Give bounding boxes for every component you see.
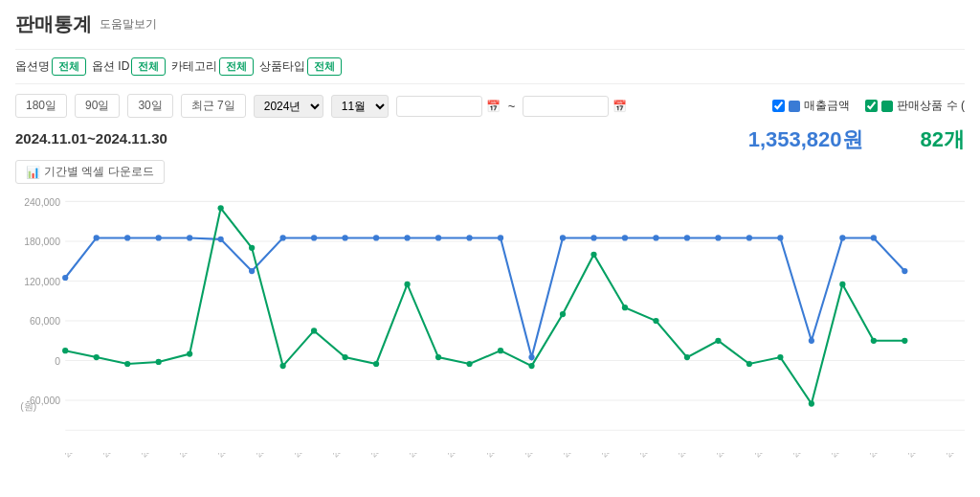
x-label: 2024.11.16 <box>638 453 672 459</box>
x-label: 2024.11.02 <box>101 453 135 459</box>
filter-badge-카테고리: 카테고리 전체 <box>171 57 254 76</box>
svg-point-20 <box>156 235 162 240</box>
calendar-to-icon[interactable]: 📅 <box>612 100 627 113</box>
x-label: 2024.11.06 <box>255 453 288 459</box>
svg-point-47 <box>560 311 566 317</box>
svg-point-29 <box>279 363 285 369</box>
chart-area: 240,000 180,000 120,000 60,000 0 -60,000… <box>15 192 965 469</box>
svg-point-64 <box>839 235 845 240</box>
svg-point-61 <box>777 354 783 360</box>
svg-point-25 <box>218 205 224 211</box>
x-label: 2024.11.24 <box>945 453 965 459</box>
period-label: 2024.11.01~2024.11.30 <box>15 130 167 147</box>
svg-point-26 <box>249 268 255 274</box>
download-label: 기간별 엑셀 다운로드 <box>44 164 154 180</box>
legend-products-dot <box>881 101 893 112</box>
filter-badge-옵션 ID: 옵션 ID 전체 <box>92 57 166 76</box>
period-btn-최근 7일[interactable]: 최근 7일 <box>181 94 246 118</box>
x-label: 2024.11.17 <box>677 453 710 459</box>
legend-revenue: 매출금액 <box>772 98 850 114</box>
x-label: 2024.11.21 <box>830 453 863 459</box>
year-select[interactable]: 2024년 <box>254 95 323 118</box>
svg-point-24 <box>218 237 224 242</box>
period-btn-90일[interactable]: 90일 <box>75 94 120 118</box>
svg-point-69 <box>902 338 907 344</box>
x-label: 2024.11.03 <box>140 453 173 459</box>
revenue-value: 1,353,820원 <box>748 125 863 154</box>
period-btn-180일[interactable]: 180일 <box>15 94 67 118</box>
download-icon: 📊 <box>26 166 40 179</box>
svg-point-57 <box>715 338 721 344</box>
download-button[interactable]: 📊 기간별 엑셀 다운로드 <box>15 160 165 184</box>
svg-point-18 <box>124 235 130 240</box>
x-label: 2024.11.09 <box>369 453 403 459</box>
x-label: 2024.11.04 <box>178 453 212 459</box>
calendar-from-icon[interactable]: 📅 <box>486 100 501 113</box>
svg-point-19 <box>124 361 130 367</box>
summary-values: 1,353,820원 82개 <box>748 125 965 154</box>
svg-point-54 <box>684 235 690 240</box>
summary-row: 2024.11.01~2024.11.30 1,353,820원 82개 <box>15 125 965 154</box>
svg-point-65 <box>839 282 845 287</box>
x-label: 2024.11.15 <box>600 453 634 459</box>
svg-point-28 <box>279 235 285 240</box>
svg-point-42 <box>498 235 503 240</box>
svg-point-59 <box>746 361 752 367</box>
svg-point-35 <box>373 361 379 367</box>
svg-point-62 <box>809 338 814 344</box>
svg-point-67 <box>871 338 877 344</box>
legend-products: 판매상품 수 ( <box>865 98 965 114</box>
svg-point-55 <box>684 354 690 360</box>
month-select[interactable]: 11월 <box>331 95 389 118</box>
help-link[interactable]: 도움말보기 <box>100 16 157 33</box>
x-label: 2024.11.07 <box>293 453 326 459</box>
x-label: 2024.11.10 <box>408 453 441 459</box>
period-btn-30일[interactable]: 30일 <box>127 94 172 118</box>
x-label: 2024.11.20 <box>791 453 825 459</box>
date-to-input[interactable]: 2024-11-30 <box>523 96 609 117</box>
svg-point-31 <box>311 328 317 333</box>
legend-revenue-checkbox[interactable] <box>772 100 785 112</box>
svg-point-34 <box>373 235 379 240</box>
svg-point-52 <box>653 235 658 240</box>
page-title: 판매통계 <box>15 11 92 37</box>
x-label: 2024.11.11 <box>446 453 479 459</box>
svg-point-68 <box>902 268 907 274</box>
main-chart: 240,000 180,000 120,000 60,000 0 -60,000… <box>15 192 965 450</box>
svg-point-17 <box>94 354 100 360</box>
x-label: 2024.11.13 <box>523 453 557 459</box>
x-label: 2024.11.12 <box>485 453 519 459</box>
svg-point-38 <box>435 235 441 240</box>
filter-row: 옵션명 전체옵션 ID 전체카테고리 전체상품타입 전체 <box>15 49 965 84</box>
legend-products-checkbox[interactable] <box>865 100 878 112</box>
svg-point-50 <box>622 235 628 240</box>
legend-products-label: 판매상품 수 ( <box>897 98 965 114</box>
svg-text:180,000: 180,000 <box>24 237 60 247</box>
svg-point-44 <box>528 354 534 360</box>
x-label: 2024.11.18 <box>715 453 748 459</box>
svg-point-45 <box>528 363 534 369</box>
filter-badge-상품타입: 상품타입 전체 <box>259 57 342 76</box>
legend-area: 매출금액 판매상품 수 ( <box>772 98 965 114</box>
x-axis-labels: 2024.11.012024.11.022024.11.032024.11.04… <box>15 453 965 462</box>
svg-text:60,000: 60,000 <box>30 316 60 327</box>
date-from-input[interactable]: 2024-11-01 <box>396 96 482 117</box>
date-to-group: 2024-11-30 📅 <box>523 96 627 117</box>
x-label: 2024.11.14 <box>562 453 595 459</box>
svg-point-53 <box>653 318 658 324</box>
svg-point-36 <box>404 235 410 240</box>
x-label: 2024.11.05 <box>216 453 250 459</box>
svg-point-58 <box>746 235 752 240</box>
svg-point-60 <box>777 235 783 240</box>
svg-point-56 <box>715 235 721 240</box>
svg-text:(원): (원) <box>20 401 36 412</box>
svg-text:120,000: 120,000 <box>24 277 60 287</box>
svg-point-39 <box>435 354 441 360</box>
svg-point-40 <box>466 235 472 240</box>
svg-point-32 <box>342 235 347 240</box>
svg-point-21 <box>156 359 162 365</box>
svg-text:240,000: 240,000 <box>24 197 60 208</box>
x-label: 2024.11.22 <box>868 453 902 459</box>
svg-point-43 <box>498 348 503 353</box>
svg-point-16 <box>94 235 100 240</box>
